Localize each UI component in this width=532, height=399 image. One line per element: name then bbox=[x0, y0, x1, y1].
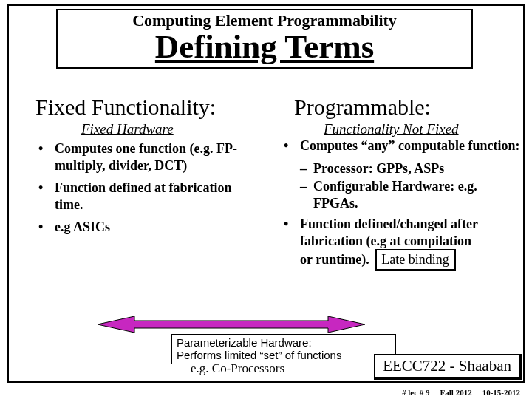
list-item: • Computes one function (e.g. FP-multipl… bbox=[38, 140, 260, 174]
list-item: • Function defined/changed after fabrica… bbox=[284, 216, 523, 271]
list-item: • Computes “any” computable function: bbox=[284, 137, 523, 154]
param-line2: Performs limited “set” of functions bbox=[177, 349, 391, 361]
left-heading: Fixed Functionality: bbox=[35, 96, 216, 118]
sublist-item: – Processor: GPPs, ASPs bbox=[300, 160, 523, 177]
right-subheading: Functionality Not Fixed bbox=[324, 121, 459, 137]
footer-term: Fall 2012 bbox=[440, 388, 472, 397]
list-item-text: Computes “any” computable function: bbox=[300, 137, 520, 154]
pretitle: Computing Element Programmability bbox=[58, 12, 471, 30]
list-item: • e.g ASICs bbox=[38, 219, 260, 236]
coproc-label: e.g. Co-Processors bbox=[191, 361, 284, 376]
late-binding-box: Late binding bbox=[375, 249, 455, 271]
title-box: Computing Element Programmability Defini… bbox=[56, 9, 473, 69]
footer: # lec # 9Fall 201210-15-2012 bbox=[402, 388, 520, 397]
list-item-text: Function defined at fabrication time. bbox=[55, 180, 260, 213]
sublist-item: – Configurable Hardware: e.g. FPGAs. bbox=[300, 178, 523, 211]
list-item: • Function defined at fabrication time. bbox=[38, 180, 260, 213]
list-item-text: Computes one function (e.g. FP-multiply,… bbox=[55, 140, 260, 174]
list-item-text: e.g ASICs bbox=[55, 219, 110, 236]
sublist-item-text: Configurable Hardware: e.g. FPGAs. bbox=[313, 178, 523, 211]
svg-marker-0 bbox=[98, 316, 365, 332]
param-line1: Parameterizable Hardware: bbox=[177, 336, 391, 349]
footer-date: 10-15-2012 bbox=[482, 388, 520, 397]
sublist-item-text: Processor: GPPs, ASPs bbox=[313, 160, 444, 177]
course-box: EECC722 - Shaaban bbox=[374, 354, 522, 380]
double-arrow-icon bbox=[98, 316, 365, 332]
right-heading: Programmable: bbox=[294, 96, 431, 118]
parameterizable-box: Parameterizable Hardware: Performs limit… bbox=[171, 334, 396, 364]
left-list: • Computes one function (e.g. FP-multipl… bbox=[38, 140, 260, 242]
list-item-text-tail: or runtime). bbox=[300, 252, 369, 267]
left-subheading: Fixed Hardware bbox=[81, 121, 174, 137]
footer-lec: # lec # 9 bbox=[402, 388, 430, 397]
page-title: Defining Terms bbox=[58, 30, 471, 64]
list-item-text: Function defined/changed after fabricati… bbox=[300, 216, 478, 248]
right-list: • Computes “any” computable function: – … bbox=[284, 137, 523, 277]
